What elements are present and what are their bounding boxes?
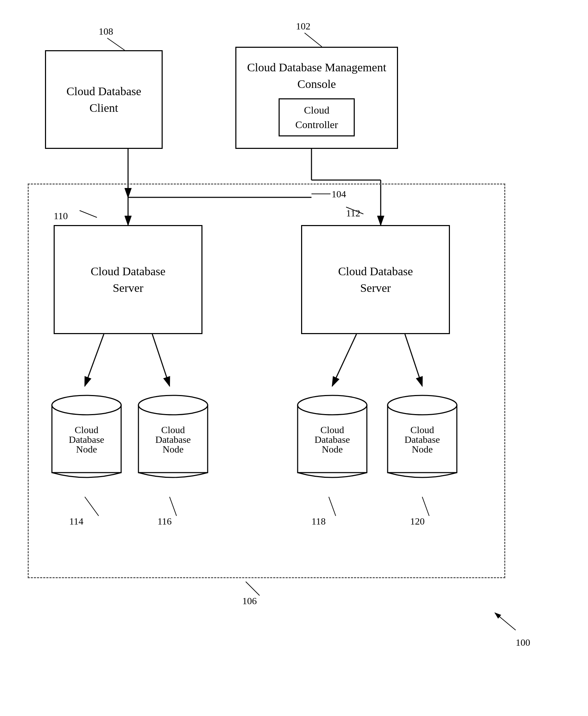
ref-108: 108 (99, 26, 113, 37)
svg-line-21 (246, 582, 260, 596)
svg-point-29 (138, 395, 208, 415)
svg-point-39 (388, 395, 457, 415)
svg-text:Cloud: Cloud (75, 424, 98, 435)
ref-110: 110 (54, 211, 68, 222)
node-114-cylinder-svg: Cloud Database Node (45, 388, 128, 485)
ref-112: 112 (346, 208, 360, 219)
svg-line-3 (305, 33, 322, 47)
management-console-box: Cloud Database ManagementConsole Cloud C… (235, 47, 398, 149)
client-box: Cloud Database Client (45, 50, 163, 149)
node-118-cylinder-svg: Cloud Database Node (291, 388, 374, 485)
ref-100: 100 (516, 637, 530, 648)
svg-text:Cloud: Cloud (410, 424, 434, 435)
server-left-label: Cloud Database Server (91, 263, 165, 296)
node-118-wrapper: Cloud Database Node (291, 377, 374, 495)
svg-text:Node: Node (76, 444, 97, 455)
management-console-label: Cloud Database ManagementConsole (247, 59, 386, 92)
server-right-box: Cloud Database Server (301, 225, 450, 334)
svg-text:Node: Node (163, 444, 184, 455)
svg-point-34 (298, 395, 367, 415)
ref-106: 106 (242, 596, 257, 607)
svg-text:Cloud: Cloud (161, 424, 185, 435)
node-116-cylinder-svg: Cloud Database Node (132, 388, 215, 485)
svg-point-24 (52, 395, 121, 415)
ref-114: 114 (69, 516, 83, 527)
svg-text:Node: Node (412, 444, 433, 455)
server-right-label: Cloud Database Server (338, 263, 413, 296)
cloud-controller-label: Cloud Controller (295, 103, 338, 132)
ref-116: 116 (157, 516, 172, 527)
svg-line-2 (107, 38, 125, 50)
cloud-controller-box: Cloud Controller (279, 98, 355, 136)
ref-120: 120 (410, 516, 425, 527)
svg-text:Database: Database (405, 434, 440, 445)
ref-104: 104 (332, 189, 346, 200)
svg-text:Node: Node (322, 444, 343, 455)
server-left-box: Cloud Database Server (54, 225, 202, 334)
diagram-container: Cloud Database Client Cloud Database Man… (0, 0, 588, 716)
client-label: Cloud Database Client (66, 83, 141, 116)
svg-line-22 (495, 613, 516, 630)
svg-text:Database: Database (69, 434, 105, 445)
node-120-cylinder-svg: Cloud Database Node (381, 388, 464, 485)
svg-text:Cloud: Cloud (320, 424, 344, 435)
ref-102: 102 (296, 21, 310, 32)
svg-text:Database: Database (315, 434, 350, 445)
node-114-wrapper: Cloud Database Node (45, 377, 128, 495)
svg-text:Database: Database (155, 434, 191, 445)
ref-118: 118 (311, 516, 326, 527)
node-120-wrapper: Cloud Database Node (381, 377, 464, 495)
node-116-wrapper: Cloud Database Node (132, 377, 215, 495)
